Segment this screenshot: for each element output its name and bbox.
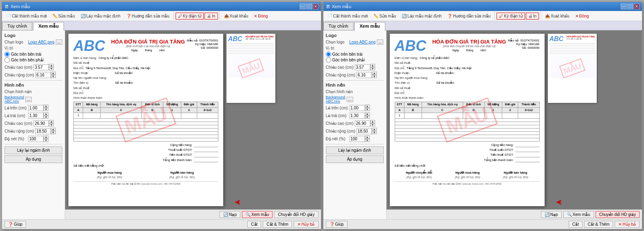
tab-tuy-chinh-1[interactable]: Tùy chỉnh xyxy=(2,22,32,30)
btn-cat-them-1[interactable]: Cắt & Thêm xyxy=(263,221,292,228)
chieu-cao2-up-2[interactable]: ▲ xyxy=(370,120,375,123)
chieu-rong2-input[interactable] xyxy=(35,128,51,134)
maximize-btn-1[interactable]: □ xyxy=(306,4,312,9)
radio-goc-trai-input-2[interactable] xyxy=(326,52,331,57)
btn-lay-lai-2[interactable]: Lấy lại ngầm định xyxy=(326,146,384,154)
btn-sign-2[interactable]: 🖊 Ký điện tử xyxy=(497,13,525,20)
btn-giup-2[interactable]: ❓ Giúp xyxy=(326,221,347,228)
chieu-rong2-up-2[interactable]: ▲ xyxy=(372,128,377,131)
logo-browse-btn[interactable]: ... xyxy=(56,39,62,45)
close-btn-2[interactable]: ✕ xyxy=(634,4,640,9)
chieu-rong-up[interactable]: ▲ xyxy=(51,72,56,75)
do-net-up-2[interactable]: ▲ xyxy=(365,135,370,139)
btn-new-template-2[interactable]: 📄 Cắt thành mẫu mới xyxy=(325,13,371,20)
chieu-rong-input-2[interactable] xyxy=(356,72,372,78)
chieu-rong-down-2[interactable]: ▼ xyxy=(372,75,377,78)
close-btn-1[interactable]: ✕ xyxy=(313,4,319,9)
le-trai-up-2[interactable]: ▲ xyxy=(365,112,370,116)
chieu-cao-input[interactable] xyxy=(33,64,49,70)
btn-huy-bo-2[interactable]: ✕ Hủy bỏ xyxy=(615,221,640,228)
minimize-btn-1[interactable]: — xyxy=(300,4,306,9)
btn-close-1[interactable]: ✕ Đóng xyxy=(251,13,270,20)
btn-export-1[interactable]: 📤 Xuất khẩu xyxy=(222,13,251,20)
btn-close-2[interactable]: ✕ Đóng xyxy=(573,13,591,20)
radio-goc-phai-input[interactable] xyxy=(4,57,10,63)
btn-default-2[interactable]: 🔄 Lấy mẫu mặc định xyxy=(399,13,444,20)
chieu-cao2-input-2[interactable] xyxy=(355,120,370,126)
le-trai-input[interactable] xyxy=(28,113,44,119)
btn-huy-bo-1[interactable]: ✕ Hủy bỏ xyxy=(294,221,319,228)
chieu-cao-up[interactable]: ▲ xyxy=(49,64,54,67)
do-net-down[interactable]: ▼ xyxy=(44,139,48,142)
do-net-down-2[interactable]: ▼ xyxy=(365,139,370,142)
tab-xem-mau-1[interactable]: Xem mẫu xyxy=(33,22,64,31)
chieu-rong2-down-2[interactable]: ▼ xyxy=(372,131,377,134)
btn-guide-2[interactable]: ❓ Hướng dẫn sửa mẫu xyxy=(445,13,493,20)
btn-default-1[interactable]: 🔄 Lấy mẫu mặc định xyxy=(78,13,123,20)
minimize-btn-2[interactable]: — xyxy=(621,4,626,9)
background-browse-btn-2[interactable]: ... xyxy=(347,97,353,102)
btn-cat-them-2[interactable]: Cắt & Thêm xyxy=(584,221,613,228)
le-tren-up[interactable]: ▲ xyxy=(44,105,48,108)
btn-chuyen-doi-1[interactable]: Chuyển đổi HD giấy xyxy=(274,211,318,218)
chieu-cao2-up[interactable]: ▲ xyxy=(49,120,54,123)
btn-nap-2[interactable]: 🔄 Nạp xyxy=(541,211,562,218)
empty-row-1e xyxy=(74,131,218,135)
chieu-cao2-down[interactable]: ▼ xyxy=(49,123,54,126)
btn-ap-dung-2[interactable]: Áp dụng xyxy=(326,155,384,163)
background-value-2[interactable]: BackgroundABC.nnv xyxy=(326,95,345,103)
btn-print-1[interactable]: 🖨 In xyxy=(204,13,218,20)
chieu-cao2-input[interactable] xyxy=(33,120,49,126)
chieu-cao-input-2[interactable] xyxy=(355,64,370,70)
do-net-up[interactable]: ▲ xyxy=(44,135,48,139)
btn-new-template-1[interactable]: 📄 Cắt thành mẫu mới xyxy=(4,13,49,20)
le-trai-input-2[interactable] xyxy=(349,113,365,119)
chieu-rong-up-2[interactable]: ▲ xyxy=(372,72,377,75)
background-value[interactable]: BackgroundABC.nnv xyxy=(4,95,24,103)
btn-giup-1[interactable]: ❓ Giúp xyxy=(4,221,26,228)
btn-sign-1[interactable]: 🖊 Ký điện tử xyxy=(176,13,204,20)
do-net-input[interactable] xyxy=(28,136,44,142)
le-tren-up-2[interactable]: ▲ xyxy=(365,105,370,108)
btn-print-2[interactable]: 🖨 In xyxy=(526,13,539,20)
chieu-rong2-down[interactable]: ▼ xyxy=(51,131,56,134)
chieu-cao2-down-2[interactable]: ▼ xyxy=(370,123,375,126)
chieu-rong2-input-2[interactable] xyxy=(356,128,372,134)
chieu-rong2-up[interactable]: ▲ xyxy=(51,128,56,131)
background-browse-btn[interactable]: ... xyxy=(25,97,32,102)
btn-chuyen-doi-2[interactable]: Chuyển đổi HD giấy xyxy=(596,211,640,218)
le-tren-input-2[interactable] xyxy=(349,105,365,111)
radio-goc-trai-input[interactable] xyxy=(4,52,10,57)
btn-edit-1[interactable]: ✏️ Sửa mẫu xyxy=(50,13,77,20)
btn-lay-lai-1[interactable]: Lấy lại ngầm định xyxy=(4,146,62,154)
le-trai-down-2[interactable]: ▼ xyxy=(365,116,370,119)
btn-cat-2[interactable]: Cắt xyxy=(569,221,582,228)
btn-ap-dung-1[interactable]: Áp dụng xyxy=(4,155,62,163)
btn-cat-1[interactable]: Cắt xyxy=(247,221,261,228)
le-trai-down[interactable]: ▼ xyxy=(44,116,48,119)
tab-tuy-chinh-2[interactable]: Tùy chỉnh xyxy=(323,22,354,30)
chieu-rong-input[interactable] xyxy=(35,72,51,78)
logo-browse-btn-2[interactable]: ... xyxy=(377,39,383,45)
le-tren-down-2[interactable]: ▼ xyxy=(365,108,370,111)
le-trai-up[interactable]: ▲ xyxy=(44,112,48,116)
btn-nap-1[interactable]: 🔄 Nạp xyxy=(220,211,240,218)
logo-value-2[interactable]: Logo ABC.png xyxy=(349,40,376,44)
btn-export-2[interactable]: 📤 Xuất khẩu xyxy=(543,13,572,20)
btn-edit-2[interactable]: ✏️ Sửa mẫu xyxy=(371,13,398,20)
chieu-rong-down[interactable]: ▼ xyxy=(51,75,56,78)
tab-xem-mau-2[interactable]: Xem mẫu xyxy=(354,22,385,31)
le-tren-down[interactable]: ▼ xyxy=(44,108,48,111)
maximize-btn-2[interactable]: □ xyxy=(627,4,633,9)
btn-xem-mau-footer-2[interactable]: 🔍 Xem mẫu xyxy=(563,211,594,218)
btn-xem-mau-footer-1[interactable]: 🔍 Xem mẫu xyxy=(242,211,273,218)
chieu-cao-down-2[interactable]: ▼ xyxy=(370,67,375,70)
chieu-cao-up-2[interactable]: ▲ xyxy=(370,64,375,67)
logo-value[interactable]: Logo ABC.png xyxy=(28,40,55,44)
btn-guide-1[interactable]: ❓ Hướng dẫn sửa mẫu xyxy=(124,13,172,20)
do-net-input-2[interactable] xyxy=(349,136,365,142)
chieu-cao-down[interactable]: ▼ xyxy=(49,67,54,70)
small-line-2c xyxy=(549,48,595,49)
radio-goc-phai-input-2[interactable] xyxy=(326,57,331,63)
le-tren-input[interactable] xyxy=(28,105,44,111)
